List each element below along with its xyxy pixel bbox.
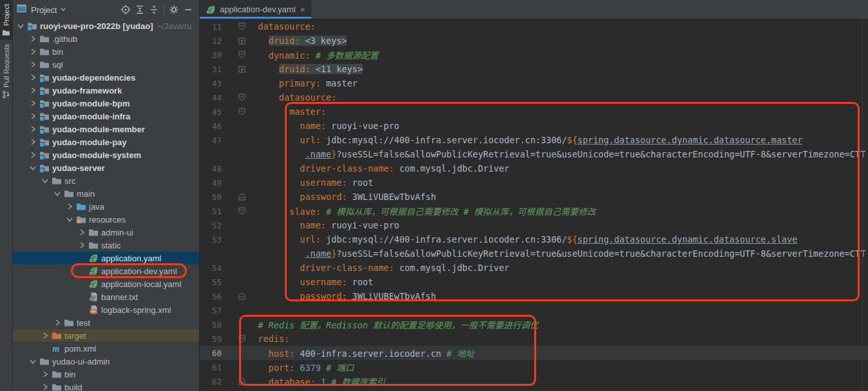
code-line-51[interactable]: 51 slave: # 模拟从库，可根据自己需要修改 # 模拟从库，可根据自己需… bbox=[200, 204, 868, 218]
tree-item-application.yaml[interactable]: application.yaml bbox=[13, 252, 199, 265]
code-text[interactable]: password: 3WLiVUBEwTbvAfsh bbox=[247, 291, 436, 301]
fold-collapse-icon[interactable] bbox=[222, 23, 247, 30]
collapse-all-button[interactable] bbox=[147, 3, 161, 17]
code-line-30[interactable]: 30 dynamic: # 多数据源配置 bbox=[200, 48, 868, 62]
tree-item-ruoyi-vue-pro-2022b-yudao-[interactable]: ruoyi-vue-pro-2022b [yudao]~/Java/ru bbox=[13, 19, 199, 32]
chevron-right-icon[interactable] bbox=[26, 46, 39, 57]
tree-item-build[interactable]: build bbox=[13, 381, 199, 391]
code-text[interactable]: driver-class-name: com.mysql.jdbc.Driver bbox=[247, 263, 509, 273]
code-line-58[interactable]: 58 # Redis 配置。Redisson 默认的配置足够使用，一般不需要进行… bbox=[200, 317, 868, 332]
code-text[interactable]: dynamic: # 多数据源配置 bbox=[247, 48, 378, 61]
tree-item-yudao-ui-admin[interactable]: yudao-ui-admin bbox=[13, 355, 199, 368]
fold-collapse-icon[interactable] bbox=[222, 292, 247, 300]
tree-item-main[interactable]: main bbox=[13, 187, 199, 200]
editor-scrollbar[interactable] bbox=[862, 19, 863, 391]
code-text[interactable]: driver-class-name: com.mysql.jdbc.Driver bbox=[247, 163, 509, 174]
code-line-31[interactable]: 31 druid: <11 keys> bbox=[200, 62, 868, 76]
code-text[interactable]: slave: # 模拟从库，可根据自己需要修改 # 模拟从库，可根据自己需要修改 bbox=[247, 205, 596, 217]
fold-collapse-icon[interactable] bbox=[222, 193, 247, 201]
code-line-46[interactable]: 46 name: ruoyi-vue-pro bbox=[200, 119, 868, 133]
code-line-54[interactable]: 54 driver-class-name: com.mysql.jdbc.Dri… bbox=[200, 261, 868, 275]
code-text[interactable]: name: ruoyi-vue-pro bbox=[247, 121, 400, 131]
fold-expand-icon[interactable] bbox=[222, 37, 247, 45]
code-text[interactable]: password: 3WLiVUBEwTbvAfsh bbox=[247, 192, 436, 202]
code-line-56[interactable]: 56 password: 3WLiVUBEwTbvAfsh bbox=[200, 289, 868, 303]
chevron-down-icon[interactable] bbox=[26, 356, 39, 366]
chevron-right-icon[interactable] bbox=[26, 137, 39, 147]
code-line-49[interactable]: 49 username: root bbox=[200, 175, 868, 190]
code-line-47[interactable]: 47 url: jdbc:mysql://400-infra.server.io… bbox=[200, 133, 868, 147]
tree-item-logback-spring.xml[interactable]: <>logback-spring.xml bbox=[13, 303, 199, 316]
code-line-53[interactable]: 53 url: jdbc:mysql://400-infra.server.io… bbox=[200, 232, 868, 246]
fold-expand-icon[interactable] bbox=[222, 66, 247, 73]
tree-item-target[interactable]: target bbox=[13, 329, 199, 342]
gear-button[interactable] bbox=[167, 3, 181, 17]
tree-item-yudao-module-pay[interactable]: yudao-module-pay bbox=[13, 135, 199, 148]
code-line-60[interactable]: 60 host: 400-infra.server.iocoder.cn # 地… bbox=[200, 346, 868, 360]
chevron-right-icon[interactable] bbox=[75, 240, 88, 250]
chevron-right-icon[interactable] bbox=[63, 201, 75, 212]
tree-item-yudao-module-bpm[interactable]: yudao-module-bpm bbox=[13, 97, 199, 110]
chevron-down-icon[interactable] bbox=[51, 188, 63, 199]
code-text[interactable]: database: 1 # 数据库索引 bbox=[247, 375, 385, 388]
tree-item-admin-ui[interactable]: admin-ui bbox=[13, 226, 199, 239]
chevron-down-icon[interactable] bbox=[39, 175, 51, 186]
code-text[interactable]: master: bbox=[247, 106, 326, 117]
chevron-right-icon[interactable] bbox=[26, 98, 39, 108]
code-line-61[interactable]: 61 port: 6379 # 端口 bbox=[200, 360, 868, 374]
chevron-right-icon[interactable] bbox=[26, 34, 39, 44]
tree-item-src[interactable]: src bbox=[13, 174, 199, 187]
tree-item-yudao-module-member[interactable]: yudao-module-member bbox=[13, 123, 199, 135]
fold-collapse-icon[interactable] bbox=[222, 108, 247, 115]
fold-collapse-icon[interactable] bbox=[222, 335, 247, 343]
chevron-right-icon[interactable] bbox=[39, 382, 51, 391]
code-line-59[interactable]: 59 redis: bbox=[200, 332, 868, 346]
chevron-right-icon[interactable] bbox=[26, 111, 39, 121]
tree-item-application-dev.yaml[interactable]: application-dev.yaml bbox=[13, 265, 199, 277]
code-text[interactable]: .name}?useSSL=false&allowPublicKeyRetrie… bbox=[247, 149, 865, 159]
tree-item-test[interactable]: test bbox=[13, 316, 199, 329]
code-text[interactable]: username: root bbox=[247, 277, 373, 287]
dropdown-arrow-icon[interactable] bbox=[59, 4, 67, 15]
tree-item-pom.xml[interactable]: mpom.xml bbox=[13, 342, 199, 355]
code-text[interactable]: url: jdbc:mysql://400-infra.server.iocod… bbox=[247, 135, 803, 145]
chevron-down-icon[interactable] bbox=[14, 21, 26, 31]
code-text[interactable]: # Redis 配置。Redisson 默认的配置足够使用，一般不需要进行调优 bbox=[247, 318, 538, 331]
code-text[interactable]: url: jdbc:mysql://400-infra.server.iocod… bbox=[247, 234, 797, 245]
locate-button[interactable] bbox=[119, 3, 133, 17]
fold-collapse-icon[interactable] bbox=[222, 94, 247, 101]
project-panel-title[interactable]: Project bbox=[31, 5, 57, 15]
fold-collapse-icon[interactable] bbox=[222, 51, 247, 59]
code-line-11[interactable]: 11 datasource: bbox=[200, 19, 868, 34]
tree-item-yudao-module-infra[interactable]: yudao-module-infra bbox=[13, 110, 199, 123]
close-icon[interactable]: × bbox=[300, 5, 305, 14]
chevron-right-icon[interactable] bbox=[75, 227, 88, 237]
chevron-right-icon[interactable] bbox=[26, 85, 39, 95]
property-reference-link[interactable]: .name bbox=[305, 248, 331, 259]
code-text[interactable]: host: 400-infra.server.iocoder.cn # 地址 bbox=[247, 346, 474, 359]
tree-item-static[interactable]: static bbox=[13, 239, 199, 252]
folded-region[interactable]: druid: <11 keys> bbox=[279, 64, 363, 74]
tree-item-yudao-framework[interactable]: yudao-framework bbox=[13, 84, 199, 97]
code-line-45[interactable]: 45 master: bbox=[200, 105, 868, 119]
tool-window-button-pull-requests[interactable]: Pull Requests bbox=[0, 40, 12, 102]
chevron-down-icon[interactable] bbox=[26, 163, 39, 173]
tree-item-resources[interactable]: resources bbox=[13, 213, 199, 226]
property-reference-link[interactable]: .name bbox=[305, 149, 331, 159]
code-line-57[interactable]: 57 bbox=[200, 303, 868, 317]
property-reference-link[interactable]: spring.datasource.dynamic.datasource.sla… bbox=[577, 234, 797, 245]
tree-item-bin[interactable]: bin bbox=[13, 368, 199, 381]
chevron-down-icon[interactable] bbox=[63, 214, 75, 225]
minus-button[interactable] bbox=[181, 3, 195, 17]
code-line-50[interactable]: 50 password: 3WLiVUBEwTbvAfsh bbox=[200, 190, 868, 204]
fold-collapse-icon[interactable] bbox=[222, 207, 247, 215]
code-line-62[interactable]: 62 database: 1 # 数据库索引 bbox=[200, 374, 868, 388]
code-line-44[interactable]: 44 datasource: bbox=[200, 90, 868, 105]
tree-item-yudao-dependencies[interactable]: yudao-dependencies bbox=[13, 71, 199, 84]
code-viewport[interactable]: 11 datasource:12 druid: <3 keys>30 dynam… bbox=[200, 19, 868, 391]
tree-item-yudao-module-system[interactable]: yudao-module-system bbox=[13, 148, 199, 161]
code-text[interactable]: primary: master bbox=[247, 78, 358, 88]
code-text[interactable]: datasource: bbox=[247, 92, 336, 103]
chevron-right-icon[interactable] bbox=[51, 317, 63, 328]
chevron-right-icon[interactable] bbox=[26, 124, 39, 134]
